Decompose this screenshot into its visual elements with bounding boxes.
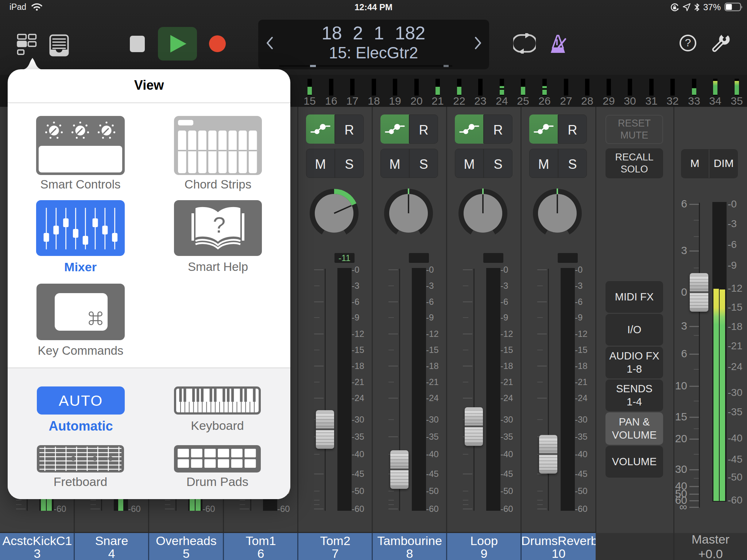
svg-text:?: ? xyxy=(213,212,225,237)
svg-text:?: ? xyxy=(685,36,691,48)
